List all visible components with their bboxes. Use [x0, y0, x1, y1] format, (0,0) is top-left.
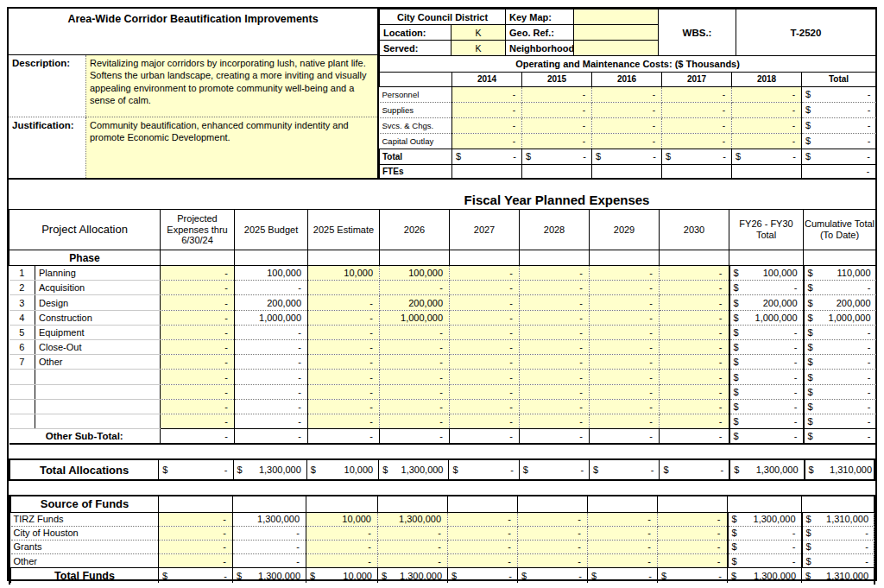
- source-projected[interactable]: -: [159, 512, 233, 526]
- cell-2029[interactable]: -: [590, 310, 660, 325]
- om-value-cell[interactable]: -: [732, 102, 802, 117]
- source-2027[interactable]: -: [448, 512, 518, 526]
- om-value-cell[interactable]: -: [452, 86, 522, 102]
- om-value-cell[interactable]: -: [592, 102, 662, 117]
- source-estimate[interactable]: -: [306, 540, 378, 553]
- om-value-cell[interactable]: -: [522, 117, 592, 133]
- om-value-cell[interactable]: -: [592, 133, 662, 149]
- cell-2030[interactable]: -: [660, 325, 729, 339]
- cell-2027[interactable]: -: [450, 340, 520, 355]
- cell-2027[interactable]: -: [450, 281, 520, 295]
- cell-2030[interactable]: -: [660, 384, 729, 399]
- om-value-cell[interactable]: -: [662, 117, 732, 133]
- cell-2026[interactable]: -: [380, 370, 450, 384]
- om-value-cell[interactable]: -: [452, 117, 522, 133]
- cell-2030[interactable]: -: [660, 399, 729, 414]
- source-2026[interactable]: 1,300,000: [378, 512, 448, 526]
- cell-2027[interactable]: -: [450, 355, 520, 370]
- source-projected[interactable]: -: [159, 540, 233, 553]
- ftes-cell[interactable]: [522, 164, 592, 179]
- cell-2026[interactable]: -: [380, 399, 450, 414]
- source-estimate[interactable]: -: [306, 526, 378, 540]
- cell-projected[interactable]: -: [161, 384, 235, 399]
- geo-ref-field[interactable]: [574, 25, 659, 41]
- cell-estimate[interactable]: [308, 281, 380, 295]
- om-value-cell[interactable]: -: [662, 102, 732, 117]
- cell-2030[interactable]: -: [660, 310, 729, 325]
- cell-estimate[interactable]: -: [308, 310, 380, 325]
- source-2030[interactable]: -: [658, 512, 728, 526]
- cell-2030[interactable]: -: [660, 370, 729, 384]
- cell-2028[interactable]: -: [520, 370, 590, 384]
- description-field[interactable]: Revitalizing major corridors by incorpor…: [85, 55, 377, 117]
- source-projected[interactable]: -: [159, 554, 233, 568]
- cell-2028[interactable]: -: [520, 310, 590, 325]
- cell-2028[interactable]: -: [520, 384, 590, 399]
- cell-estimate[interactable]: -: [308, 340, 380, 355]
- source-2026[interactable]: -: [378, 526, 448, 540]
- om-value-cell[interactable]: -: [452, 133, 522, 149]
- om-value-cell[interactable]: -: [732, 117, 802, 133]
- cell-estimate[interactable]: 10,000: [308, 266, 380, 281]
- cell-estimate[interactable]: -: [308, 325, 380, 339]
- cell-projected[interactable]: -: [161, 340, 235, 355]
- cell-2030[interactable]: -: [660, 281, 729, 295]
- cell-2027[interactable]: -: [450, 295, 520, 310]
- cell-projected[interactable]: -: [161, 414, 235, 429]
- cell-2028[interactable]: -: [520, 295, 590, 310]
- cell-2029[interactable]: -: [590, 325, 660, 339]
- cell-estimate[interactable]: -: [308, 370, 380, 384]
- source-projected[interactable]: -: [159, 526, 233, 540]
- served-field[interactable]: K: [451, 41, 506, 56]
- cell-2027[interactable]: -: [450, 399, 520, 414]
- cell-2028[interactable]: -: [520, 340, 590, 355]
- cell-2026[interactable]: 100,000: [380, 266, 450, 281]
- cell-2029[interactable]: -: [590, 414, 660, 429]
- justification-field[interactable]: Community beautification, enhanced commu…: [85, 117, 377, 178]
- cell-projected[interactable]: -: [161, 310, 235, 325]
- cell-2030[interactable]: -: [660, 266, 729, 281]
- source-2028[interactable]: -: [518, 512, 588, 526]
- cell-2028[interactable]: -: [520, 325, 590, 339]
- cell-projected[interactable]: -: [161, 295, 235, 310]
- cell-projected[interactable]: -: [161, 370, 235, 384]
- source-2029[interactable]: -: [588, 512, 658, 526]
- cell-2029[interactable]: -: [590, 384, 660, 399]
- cell-2026[interactable]: -: [380, 340, 450, 355]
- cell-2029[interactable]: -: [590, 266, 660, 281]
- ftes-cell[interactable]: [452, 164, 522, 179]
- cell-2029[interactable]: -: [590, 281, 660, 295]
- source-2029[interactable]: -: [588, 554, 658, 568]
- cell-2026[interactable]: 200,000: [380, 295, 450, 310]
- cell-2030[interactable]: -: [660, 414, 729, 429]
- cell-2029[interactable]: -: [590, 295, 660, 310]
- cell-2027[interactable]: -: [450, 266, 520, 281]
- cell-2029[interactable]: -: [590, 399, 660, 414]
- source-2030[interactable]: -: [658, 554, 728, 568]
- cell-2026[interactable]: -: [380, 414, 450, 429]
- om-value-cell[interactable]: -: [592, 117, 662, 133]
- om-value-cell[interactable]: -: [522, 133, 592, 149]
- om-value-cell[interactable]: -: [732, 86, 802, 102]
- cell-estimate[interactable]: -: [308, 414, 380, 429]
- cell-estimate[interactable]: -: [308, 295, 380, 310]
- cell-projected[interactable]: -: [161, 355, 235, 370]
- ftes-cell[interactable]: [592, 164, 662, 179]
- cell-2030[interactable]: -: [660, 355, 729, 370]
- cell-2028[interactable]: -: [520, 266, 590, 281]
- source-2027[interactable]: -: [448, 540, 518, 553]
- cell-2028[interactable]: -: [520, 414, 590, 429]
- om-value-cell[interactable]: -: [522, 102, 592, 117]
- neighborhood-field[interactable]: [574, 41, 659, 56]
- om-value-cell[interactable]: -: [592, 86, 662, 102]
- key-map-field[interactable]: [574, 9, 659, 25]
- source-2027[interactable]: -: [448, 526, 518, 540]
- cell-2030[interactable]: -: [660, 295, 729, 310]
- cell-2027[interactable]: -: [450, 384, 520, 399]
- cell-2028[interactable]: -: [520, 281, 590, 295]
- cell-projected[interactable]: -: [161, 266, 235, 281]
- source-2027[interactable]: -: [448, 554, 518, 568]
- source-2026[interactable]: -: [378, 554, 448, 568]
- location-field[interactable]: K: [451, 25, 506, 41]
- cell-projected[interactable]: -: [161, 325, 235, 339]
